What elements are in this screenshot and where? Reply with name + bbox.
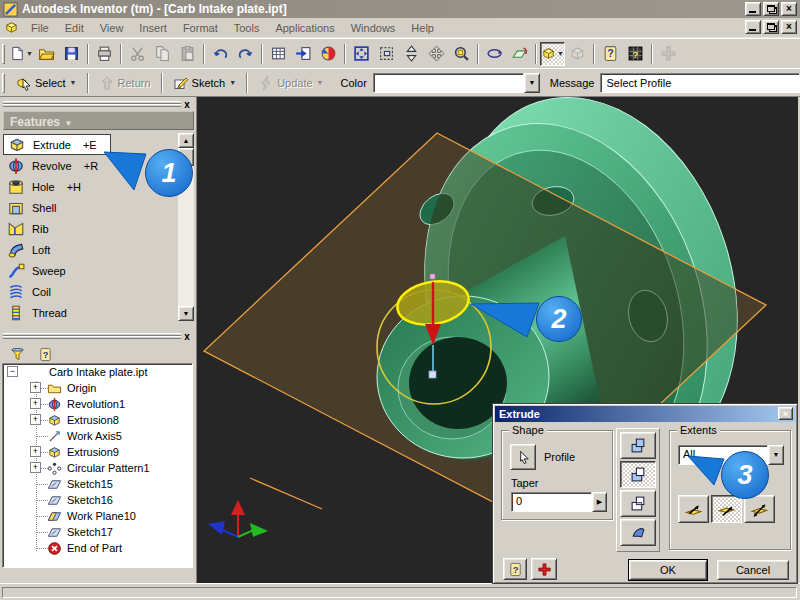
cube-icon: [23, 363, 41, 381]
tree-item-sketch15[interactable]: Sketch15: [3, 476, 192, 492]
toolbar-spreadsheet-button[interactable]: [266, 42, 291, 66]
scroll-down-icon[interactable]: ▼: [178, 306, 194, 321]
features-panel-grab-handle[interactable]: [3, 101, 181, 108]
tree-item-revolution1[interactable]: +Revolution1: [3, 396, 192, 412]
toolbar-zoom-button[interactable]: [399, 42, 424, 66]
feature-label: Rib: [32, 223, 49, 235]
tree-item-work-plane10[interactable]: Work Plane10: [3, 508, 192, 524]
toolbar-zoom-window-button[interactable]: [374, 42, 399, 66]
surface-operation-button[interactable]: [620, 519, 656, 546]
expand-icon[interactable]: +: [30, 398, 41, 409]
menu-help[interactable]: Help: [403, 20, 442, 36]
join-operation-button[interactable]: [620, 432, 656, 459]
feature-item-rib[interactable]: Rib: [3, 218, 179, 239]
profile-grip-point[interactable]: [430, 274, 435, 279]
extrude-dialog-titlebar[interactable]: Extrude ×: [495, 406, 795, 422]
menu-edit[interactable]: Edit: [57, 20, 92, 36]
toolbar-redo-button[interactable]: [233, 42, 258, 66]
toolbar-pan-button[interactable]: [424, 42, 449, 66]
toolbar-help-button[interactable]: [598, 42, 623, 66]
tree-item-extrusion9[interactable]: +Extrusion9: [3, 444, 192, 460]
child-restore-button[interactable]: [763, 20, 779, 34]
tree-item-end-of-part[interactable]: End of Part: [3, 540, 192, 556]
feature-item-loft[interactable]: Loft: [3, 239, 179, 260]
expand-icon[interactable]: +: [30, 446, 41, 457]
toolbar-new-button[interactable]: ▼: [9, 42, 34, 66]
minimize-button[interactable]: [745, 2, 761, 16]
toolbar-cut-button[interactable]: [125, 42, 150, 66]
child-minimize-button[interactable]: [745, 20, 761, 34]
features-panel-header[interactable]: Features ▼: [3, 111, 194, 130]
toolbar-grip[interactable]: [2, 44, 5, 64]
expand-icon[interactable]: +: [30, 414, 41, 425]
browser-help-button[interactable]: [34, 345, 56, 364]
toolbar-open-button[interactable]: [34, 42, 59, 66]
toolbar-colors-button[interactable]: [316, 42, 341, 66]
toolbar-look-at-button[interactable]: [507, 42, 532, 66]
taper-input[interactable]: 0 ▶: [511, 492, 607, 512]
expand-icon[interactable]: +: [30, 462, 41, 473]
update-button[interactable]: Update ▼: [251, 72, 330, 94]
toolbar-rotate-button[interactable]: [482, 42, 507, 66]
intersect-operation-button[interactable]: [620, 490, 656, 517]
collapse-icon[interactable]: −: [7, 366, 18, 377]
menu-applications[interactable]: Applications: [267, 20, 342, 36]
toolbar-zoom-all-button[interactable]: [349, 42, 374, 66]
feature-item-sweep[interactable]: Sweep: [3, 260, 179, 281]
color-combobox[interactable]: ▼: [373, 73, 540, 93]
close-icon: ×: [786, 3, 792, 14]
toolbar-copy-button[interactable]: [150, 42, 175, 66]
tree-item-label: Extrusion9: [67, 446, 119, 458]
dialog-help-button[interactable]: [503, 558, 527, 580]
tree-item-origin[interactable]: +Origin: [3, 380, 192, 396]
chevron-down-icon: ▼: [26, 50, 33, 57]
chevron-down-icon: ▼: [64, 119, 72, 128]
child-close-button[interactable]: ×: [781, 20, 797, 34]
profile-select-button[interactable]: [510, 444, 536, 470]
cancel-button[interactable]: Cancel: [717, 560, 789, 580]
restore-button[interactable]: [763, 2, 779, 16]
toolbar-add-button[interactable]: [656, 42, 681, 66]
toolbar-display-button[interactable]: [565, 42, 590, 66]
browser-panel-grab-handle[interactable]: [3, 333, 181, 340]
menu-format[interactable]: Format: [175, 20, 226, 36]
toolbar-derive-button[interactable]: [291, 42, 316, 66]
menu-file[interactable]: File: [23, 20, 57, 36]
feature-item-thread[interactable]: Thread: [3, 302, 179, 323]
ok-button[interactable]: OK: [629, 560, 707, 580]
browser-panel-close-icon[interactable]: x: [181, 332, 193, 344]
taper-flyout-icon[interactable]: ▶: [592, 492, 607, 512]
tree-item-work-axis5[interactable]: Work Axis5: [3, 428, 192, 444]
feature-item-coil[interactable]: Coil: [3, 281, 179, 302]
return-button[interactable]: Return: [92, 72, 158, 94]
toolbar-print-button[interactable]: [92, 42, 117, 66]
menu-view[interactable]: View: [92, 20, 132, 36]
combo-arrow-icon[interactable]: ▼: [524, 73, 540, 93]
toolbar-visual-syllabus-button[interactable]: [623, 42, 648, 66]
tree-item-carb-intake-plate-ipt[interactable]: −Carb Intake plate.ipt: [3, 364, 192, 380]
menu-tools[interactable]: Tools: [226, 20, 268, 36]
model-browser-tree: −Carb Intake plate.ipt+Origin+Revolution…: [2, 363, 193, 568]
dialog-close-button[interactable]: ×: [778, 407, 793, 420]
toolbar-zoom-select-button[interactable]: [449, 42, 474, 66]
toolbar-shaded-button[interactable]: ▼: [540, 42, 565, 66]
toolbar-save-button[interactable]: [59, 42, 84, 66]
select-button[interactable]: Select ▼: [9, 72, 84, 94]
close-button[interactable]: ×: [781, 2, 797, 16]
more-options-button[interactable]: [531, 558, 557, 580]
cut-operation-button[interactable]: [620, 461, 656, 488]
feature-item-extrude[interactable]: Extrude+E: [3, 134, 111, 155]
expand-icon[interactable]: +: [30, 382, 41, 393]
menu-insert[interactable]: Insert: [131, 20, 175, 36]
callout-3-number: 3: [721, 451, 769, 499]
command-toolbar-grip[interactable]: [2, 73, 5, 93]
sketch-button[interactable]: Sketch ▼: [166, 72, 244, 94]
toolbar-undo-button[interactable]: [208, 42, 233, 66]
filter-button[interactable]: [6, 345, 28, 364]
tree-item-sketch16[interactable]: Sketch16: [3, 492, 192, 508]
toolbar-paste-button[interactable]: [175, 42, 200, 66]
tree-item-circular-pattern1[interactable]: +Circular Pattern1: [3, 460, 192, 476]
tree-item-extrusion8[interactable]: +Extrusion8: [3, 412, 192, 428]
tree-item-sketch17[interactable]: Sketch17: [3, 524, 192, 540]
menu-windows[interactable]: Windows: [343, 20, 404, 36]
